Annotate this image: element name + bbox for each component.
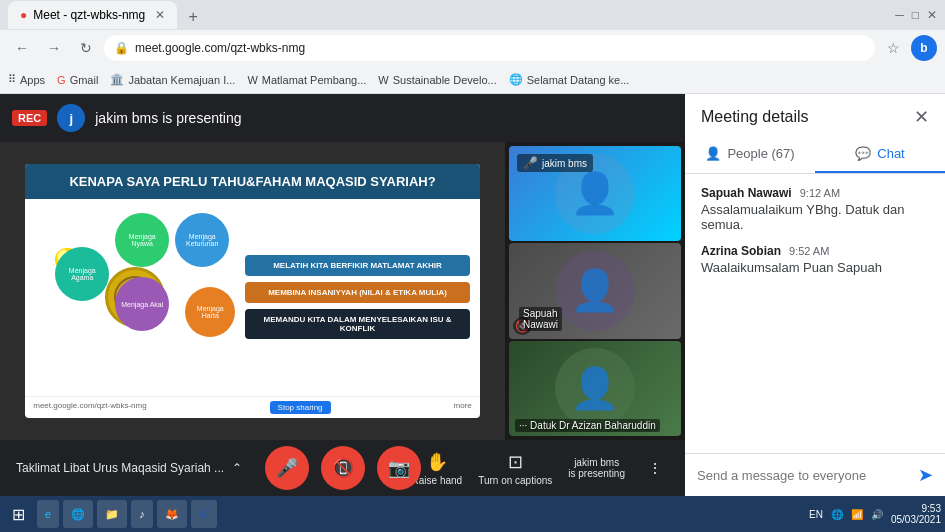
meet-top-bar: REC j jakim bms is presenting bbox=[0, 94, 685, 142]
chat-input[interactable] bbox=[697, 468, 910, 483]
slide-header: KENAPA SAYA PERLU TAHU&FAHAM MAQASID SYA… bbox=[25, 164, 480, 199]
bullet-2: MEMBINA INSANIYYAH (NILAI & ETIKA MULIA) bbox=[245, 282, 470, 303]
message-text-2: Waalaikumsalam Puan Sapuah bbox=[701, 260, 929, 275]
selamat-bookmark[interactable]: 🌐 Selamat Datang ke... bbox=[509, 73, 630, 86]
forward-button[interactable]: → bbox=[40, 34, 68, 62]
web-icon: 🌐 bbox=[71, 508, 85, 521]
tab-title: Meet - qzt-wbks-nmg bbox=[33, 8, 145, 22]
meet-area: REC j jakim bms is presenting KENAPA SAY… bbox=[0, 94, 685, 496]
mic-active-icon: 🎤 bbox=[523, 156, 538, 170]
firefox-icon: 🦊 bbox=[165, 508, 179, 521]
participant-name-azizan: ··· Datuk Dr Azizan Baharuddin bbox=[515, 419, 660, 432]
lock-icon: 🔒 bbox=[114, 41, 129, 55]
taskbar-clock: 9:53 05/03/2021 bbox=[891, 503, 941, 525]
slide-footer-url: meet.google.com/qzt-wbks-nmg bbox=[33, 401, 146, 414]
captions-icon: ⊡ bbox=[508, 451, 523, 473]
language-indicator: EN bbox=[809, 509, 823, 520]
presenter-avatar: j bbox=[57, 104, 85, 132]
sender-1: Sapuah Nawawi bbox=[701, 186, 792, 200]
panel-tabs: 👤 People (67) 💬 Chat bbox=[685, 136, 945, 174]
sustainable-icon: W bbox=[378, 74, 388, 86]
browser-chrome: ● Meet - qzt-wbks-nmg ✕ + ─ □ ✕ ← → ↻ 🔒 … bbox=[0, 0, 945, 94]
slide-body: 💡 مقاصد Menjaga Nyawa bbox=[25, 199, 480, 395]
taskbar-music[interactable]: ♪ bbox=[131, 500, 153, 528]
time-2: 9:52 AM bbox=[789, 245, 829, 257]
send-button[interactable]: ➤ bbox=[918, 464, 933, 486]
node-agama: Menjaga Agama bbox=[55, 247, 109, 301]
tab-people[interactable]: 👤 People (67) bbox=[685, 136, 815, 173]
url-text: meet.google.com/qzt-wbks-nmg bbox=[135, 41, 305, 55]
clock-time: 9:53 bbox=[891, 503, 941, 514]
ie-icon: e bbox=[45, 508, 51, 520]
node-harta: Menjaga Harta bbox=[185, 287, 235, 337]
new-tab-button[interactable]: + bbox=[181, 5, 205, 29]
chevron-up-icon[interactable]: ⌃ bbox=[232, 461, 242, 475]
time-1: 9:12 AM bbox=[800, 187, 840, 199]
presenter-bottom-info: jakim bms is presenting bbox=[568, 457, 625, 479]
taskbar-ie[interactable]: e bbox=[37, 500, 59, 528]
bluetooth-icon: 📶 bbox=[851, 509, 863, 520]
slide-bullets: MELATIH KITA BERFIKIR MATLAMAT AKHIR MEM… bbox=[245, 255, 470, 339]
bookmarks-bar: ⠿ Apps G Gmail 🏛️ Jabatan Kemajuan I... … bbox=[0, 66, 945, 94]
mute-button[interactable]: 🎤 bbox=[265, 446, 309, 490]
phone-icon: 📵 bbox=[332, 457, 354, 479]
main-content: REC j jakim bms is presenting KENAPA SAY… bbox=[0, 94, 945, 496]
word-icon: W bbox=[199, 508, 209, 520]
panel-title: Meeting details bbox=[701, 108, 809, 126]
call-controls: 🎤 📵 📷 bbox=[265, 446, 421, 490]
tab-close-icon[interactable]: ✕ bbox=[155, 8, 165, 22]
raise-hand-icon: ✋ bbox=[426, 451, 448, 473]
main-presentation: KENAPA SAYA PERLU TAHU&FAHAM MAQASID SYA… bbox=[0, 142, 505, 440]
windows-taskbar: ⊞ e 🌐 📁 ♪ 🦊 W EN 🌐 📶 🔊 9:53 05/03/2021 bbox=[0, 496, 945, 532]
presenter-info-text: jakim bms is presenting bbox=[95, 110, 241, 126]
taskbar-firefox[interactable]: 🦊 bbox=[157, 500, 187, 528]
bottom-right-actions: ✋ Raise hand ⊡ Turn on captions jakim bm… bbox=[412, 451, 669, 486]
sustainable-bookmark[interactable]: W Sustainable Develo... bbox=[378, 74, 496, 86]
chat-input-area: ➤ bbox=[685, 453, 945, 496]
chat-messages: Sapuah Nawawi 9:12 AM Assalamualaikum YB… bbox=[685, 174, 945, 453]
minimize-icon[interactable]: ─ bbox=[895, 8, 904, 22]
reload-button[interactable]: ↻ bbox=[72, 34, 100, 62]
matlamat-bookmark[interactable]: W Matlamat Pembang... bbox=[247, 74, 366, 86]
rec-badge: REC bbox=[12, 110, 47, 126]
taskbar-web[interactable]: 🌐 bbox=[63, 500, 93, 528]
message-text-1: Assalamualaikum YBhg. Datuk dan semua. bbox=[701, 202, 929, 232]
mind-map: 💡 مقاصد Menjaga Nyawa bbox=[35, 217, 235, 377]
bookmark-icon[interactable]: ☆ bbox=[879, 34, 907, 62]
captions-action[interactable]: ⊡ Turn on captions bbox=[478, 451, 552, 486]
address-bar[interactable]: 🔒 meet.google.com/qzt-wbks-nmg bbox=[104, 35, 875, 61]
stop-sharing-button[interactable]: Stop sharing bbox=[270, 401, 331, 414]
jabatan-icon: 🏛️ bbox=[110, 73, 124, 86]
selamat-icon: 🌐 bbox=[509, 73, 523, 86]
active-tab[interactable]: ● Meet - qzt-wbks-nmg ✕ bbox=[8, 1, 177, 29]
title-bar: ● Meet - qzt-wbks-nmg ✕ + ─ □ ✕ bbox=[0, 0, 945, 30]
more-options-button[interactable]: ⋮ bbox=[641, 454, 669, 482]
chat-message-1: Sapuah Nawawi 9:12 AM Assalamualaikum YB… bbox=[701, 186, 929, 232]
video-button[interactable]: 📷 bbox=[377, 446, 421, 490]
apps-bookmark[interactable]: ⠿ Apps bbox=[8, 73, 45, 86]
maximize-icon[interactable]: □ bbox=[912, 8, 919, 22]
jabatan-bookmark[interactable]: 🏛️ Jabatan Kemajuan I... bbox=[110, 73, 235, 86]
tab-chat[interactable]: 💬 Chat bbox=[815, 136, 945, 173]
bullet-1: MELATIH KITA BERFIKIR MATLAMAT AKHIR bbox=[245, 255, 470, 276]
participant-name-sapuah: Sapuah Nawawi bbox=[519, 307, 562, 331]
nav-bar: ← → ↻ 🔒 meet.google.com/qzt-wbks-nmg ☆ b bbox=[0, 30, 945, 66]
taskbar-word[interactable]: W bbox=[191, 500, 217, 528]
settings-icon[interactable]: b bbox=[911, 35, 937, 61]
start-button[interactable]: ⊞ bbox=[4, 505, 33, 524]
network-icon: 🌐 bbox=[831, 509, 843, 520]
node-akal: Menjaga Akal bbox=[115, 277, 169, 331]
back-button[interactable]: ← bbox=[8, 34, 36, 62]
system-tray: EN 🌐 📶 🔊 9:53 05/03/2021 bbox=[809, 503, 941, 525]
meeting-name-label: Taklimat Libat Urus Maqasid Syariah ... … bbox=[16, 461, 242, 475]
panel-close-button[interactable]: ✕ bbox=[914, 106, 929, 128]
music-icon: ♪ bbox=[139, 508, 145, 520]
panel-header: Meeting details ✕ bbox=[685, 94, 945, 128]
taskbar-folder[interactable]: 📁 bbox=[97, 500, 127, 528]
node-keturunan: Menjaga Keturunan bbox=[175, 213, 229, 267]
apps-icon: ⠿ bbox=[8, 73, 16, 86]
gmail-bookmark[interactable]: G Gmail bbox=[57, 74, 98, 86]
node-nyawa: Menjaga Nyawa bbox=[115, 213, 169, 267]
end-call-button[interactable]: 📵 bbox=[321, 446, 365, 490]
close-icon[interactable]: ✕ bbox=[927, 8, 937, 22]
